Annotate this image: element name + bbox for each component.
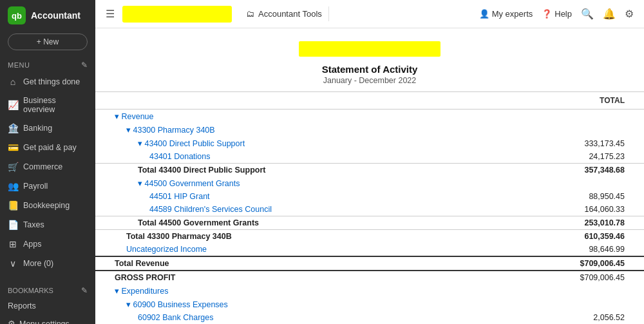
report-row-label: GROSS PROFIT bbox=[95, 271, 479, 284]
report-row-label: Total 44500 Government Grants bbox=[95, 216, 479, 230]
report-row-amount: 2,056.52 bbox=[479, 311, 644, 324]
sidebar-header: qb Accountant bbox=[0, 0, 95, 31]
report-company-highlight bbox=[299, 41, 440, 57]
report-row-amount bbox=[479, 123, 644, 137]
report-row-label: Uncategorized Income bbox=[95, 243, 479, 256]
help-button[interactable]: ❓ Help bbox=[542, 9, 572, 19]
company-name-highlight bbox=[122, 6, 232, 23]
report-row-label: ▾ 44500 Government Grants bbox=[95, 176, 479, 190]
notification-bell-icon[interactable]: 🔔 bbox=[603, 8, 616, 20]
sidebar-item-payroll[interactable]: 👥 Payroll bbox=[0, 176, 95, 196]
report-subtitle: January - December 2022 bbox=[115, 76, 625, 85]
sidebar-item-reports[interactable]: Reports bbox=[0, 298, 95, 314]
payment-icon: 💳 bbox=[8, 142, 18, 153]
sidebar: qb Accountant + New MENU ✎ ⌂ Get things … bbox=[0, 0, 95, 324]
help-circle-icon: ❓ bbox=[542, 9, 552, 19]
search-icon[interactable]: 🔍 bbox=[581, 8, 594, 20]
hamburger-menu-icon[interactable]: ☰ bbox=[106, 8, 115, 20]
report-title: Statement of Activity bbox=[115, 64, 625, 75]
report-row-amount: $709,006.45 bbox=[479, 256, 644, 271]
report-row-amount: $709,006.45 bbox=[479, 271, 644, 284]
topbar: ☰ 🗂 Accountant Tools 👤 My experts ❓ Help… bbox=[95, 0, 644, 28]
report-table: TOTAL ▾ Revenue▾ 43300 Pharmacy 340B▾ 43… bbox=[95, 91, 644, 324]
col-header-total: TOTAL bbox=[479, 92, 644, 110]
report-row-amount bbox=[479, 284, 644, 298]
report-row-label: ▾ 43300 Pharmacy 340B bbox=[95, 123, 479, 137]
gear-icon[interactable]: ⚙ bbox=[625, 8, 634, 20]
sidebar-item-banking[interactable]: 🏦 Banking bbox=[0, 119, 95, 138]
report-row-label: 44501 HIP Grant bbox=[95, 190, 479, 203]
menu-settings-item[interactable]: ⚙ Menu settings bbox=[0, 314, 95, 324]
bookmarks-label: BOOKMARKS ✎ bbox=[0, 281, 95, 298]
chart-icon: 📈 bbox=[8, 100, 18, 110]
person-icon: 👤 bbox=[479, 9, 489, 19]
sidebar-item-taxes[interactable]: 📄 Taxes bbox=[0, 215, 95, 234]
report-row-label: 44589 Children's Services Council bbox=[95, 203, 479, 216]
sidebar-item-get-things-done[interactable]: ⌂ Get things done bbox=[0, 72, 95, 91]
sidebar-item-more[interactable]: ∨ More (0) bbox=[0, 254, 95, 273]
sidebar-item-business-overview[interactable]: 📈 Business overview bbox=[0, 91, 95, 119]
report-row-amount: 24,175.23 bbox=[479, 150, 644, 164]
commerce-icon: 🛒 bbox=[8, 162, 18, 172]
report-row-label: Total 43400 Direct Public Support bbox=[95, 164, 479, 177]
report-row-amount bbox=[479, 298, 644, 311]
briefcase-icon: 🗂 bbox=[246, 9, 254, 19]
settings-icon: ⚙ bbox=[8, 319, 15, 324]
menu-section-label: MENU ✎ bbox=[0, 55, 95, 72]
report-area: Statement of Activity January - December… bbox=[95, 28, 644, 324]
report-row-amount: 610,359.46 bbox=[479, 230, 644, 243]
my-experts-button[interactable]: 👤 My experts bbox=[479, 9, 533, 19]
report-row-label: Total 43300 Pharmacy 340B bbox=[95, 230, 479, 243]
report-row-amount: 357,348.68 bbox=[479, 164, 644, 177]
sidebar-title: Accountant bbox=[31, 10, 80, 21]
report-row-label: 60902 Bank Charges bbox=[95, 311, 479, 324]
more-icon: ∨ bbox=[8, 258, 18, 269]
accountant-tools-button[interactable]: 🗂 Accountant Tools bbox=[240, 6, 329, 21]
report-row-label: ▾ Expenditures bbox=[95, 284, 479, 298]
report-row-amount bbox=[479, 176, 644, 190]
report-row-amount: 164,060.33 bbox=[479, 203, 644, 216]
report-row-amount: 333,173.45 bbox=[479, 137, 644, 150]
bookkeeping-icon: 📒 bbox=[8, 200, 18, 211]
report-row-label: Total Revenue bbox=[95, 256, 479, 271]
report-header: Statement of Activity January - December… bbox=[95, 28, 644, 91]
qb-logo-icon: qb bbox=[8, 6, 26, 24]
sidebar-item-bookkeeping[interactable]: 📒 Bookkeeping bbox=[0, 196, 95, 215]
report-row-amount bbox=[479, 110, 644, 124]
topbar-actions: 👤 My experts ❓ Help 🔍 🔔 ⚙ bbox=[479, 8, 634, 20]
report-row-label: 43401 Donations bbox=[95, 150, 479, 164]
bank-icon: 🏦 bbox=[8, 123, 18, 133]
sidebar-item-commerce[interactable]: 🛒 Commerce bbox=[0, 157, 95, 176]
sidebar-item-get-paid-pay[interactable]: 💳 Get paid & pay bbox=[0, 138, 95, 157]
taxes-icon: 📄 bbox=[8, 220, 18, 230]
report-row-label: ▾ Revenue bbox=[95, 110, 479, 124]
report-row-amount: 88,950.45 bbox=[479, 190, 644, 203]
apps-icon: ⊞ bbox=[8, 239, 18, 249]
payroll-icon: 👥 bbox=[8, 181, 18, 191]
new-button[interactable]: + New bbox=[8, 33, 88, 50]
report-row-amount: 253,010.78 bbox=[479, 216, 644, 230]
menu-edit-icon[interactable]: ✎ bbox=[81, 61, 88, 70]
bookmarks-edit-icon[interactable]: ✎ bbox=[81, 286, 88, 295]
home-icon: ⌂ bbox=[8, 77, 18, 87]
main-area: ☰ 🗂 Accountant Tools 👤 My experts ❓ Help… bbox=[95, 0, 644, 324]
report-row-amount: 98,646.99 bbox=[479, 243, 644, 256]
report-row-label: ▾ 60900 Business Expenses bbox=[95, 298, 479, 311]
col-header-label bbox=[95, 92, 479, 110]
report-row-label: ▾ 43400 Direct Public Support bbox=[95, 137, 479, 150]
sidebar-item-apps[interactable]: ⊞ Apps bbox=[0, 234, 95, 254]
